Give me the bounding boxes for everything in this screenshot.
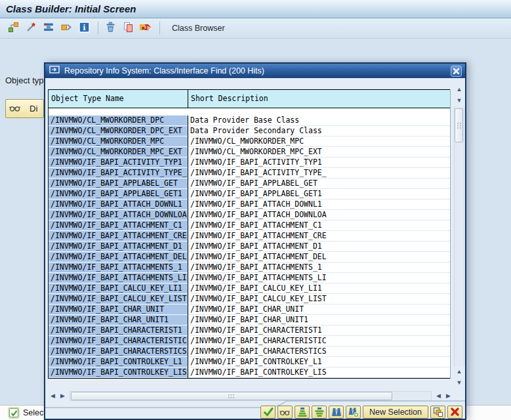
class-browser-button[interactable]: Class Browser <box>168 22 229 35</box>
object-type-name-cell[interactable]: /INVMWO/IF_BAPI_CONTROLKEY_LIS <box>49 368 188 378</box>
table-row[interactable]: /INVMWO/IF_BAPI_CONTROLKEY_L1 /INVMWO/IF… <box>49 357 450 368</box>
short-description-cell[interactable]: /INVMWO/IF_BAPI_CHAR_UNIT1 <box>188 315 450 326</box>
object-type-name-cell[interactable]: /INVMWO/IF_BAPI_CHARACTERISTIC <box>49 336 188 346</box>
object-type-name-cell[interactable]: /INVMWO/IF_BAPI_ATTACH_DOWNL1 <box>49 200 188 210</box>
object-type-name-cell[interactable]: /INVMWO/IF_BAPI_CHAR_UNIT1 <box>49 315 188 326</box>
short-description-cell[interactable]: Data Provider Base Class <box>188 116 450 126</box>
object-type-name-cell[interactable]: /INVMWO/CL_MWORKORDER_DPC <box>49 116 188 126</box>
object-type-name-cell[interactable]: /INVMWO/IF_BAPI_ATTACHMENT_D1 <box>49 242 188 252</box>
vertical-scrollbar-track[interactable] <box>454 106 464 366</box>
cancel-button[interactable] <box>447 406 462 419</box>
display-glasses-button[interactable] <box>277 406 293 419</box>
copy-button[interactable] <box>120 20 136 36</box>
object-type-name-cell[interactable]: /INVMWO/IF_BAPI_ATTACHMENT_C1 <box>49 220 188 231</box>
short-description-cell[interactable]: /INVMWO/IF_BAPI_CHARACTERIST1 <box>188 326 450 336</box>
short-description-cell[interactable]: /INVMWO/IF_BAPI_ATTACH_DOWNLOA <box>188 210 450 220</box>
dialog-titlebar[interactable]: Repository Info System: Class/Interface … <box>45 64 465 78</box>
short-description-cell[interactable]: /INVMWO/IF_BAPI_ATTACHMENT_D1 <box>188 242 450 252</box>
dialog-close-button[interactable] <box>451 66 462 77</box>
info-button[interactable]: i <box>76 20 92 36</box>
table-row[interactable]: /INVMWO/CL_MWORKORDER_DPC_EXT Data Provi… <box>49 126 450 136</box>
object-type-name-cell[interactable]: /INVMWO/IF_BAPI_ATTACH_DOWNLOA <box>49 210 188 220</box>
scroll-right-button[interactable]: ▶ <box>58 390 68 402</box>
short-description-cell[interactable]: /INVMWO/IF_BAPI_CALCU_KEY_LIST <box>188 294 450 304</box>
object-type-name-cell[interactable]: /INVMWO/IF_BAPI_CALCU_KEY_LI1 <box>49 284 188 294</box>
table-row[interactable]: /INVMWO/CL_MWORKORDER_DPC Data Provider … <box>49 116 450 126</box>
table-row[interactable]: /INVMWO/IF_BAPI_CHARACTERSTICS /INVMWO/I… <box>49 346 450 357</box>
object-type-name-cell[interactable]: /INVMWO/IF_BAPI_ATTACHMENTS_LI <box>49 273 188 284</box>
short-description-cell[interactable]: /INVMWO/IF_BAPI_ATTACHMENT_DEL <box>188 252 450 262</box>
table-row[interactable]: /INVMWO/IF_BAPI_APPLABEL_GET1 /INVMWO/IF… <box>49 189 450 200</box>
short-description-cell[interactable]: /INVMWO/IF_BAPI_CONTROLKEY_LIS <box>188 368 450 378</box>
object-type-name-cell[interactable]: /INVMWO/CL_MWORKORDER_MPC_EXT <box>49 147 188 158</box>
short-description-cell[interactable]: Data Provider Secondary Class <box>188 126 450 136</box>
sort-ascending-button[interactable] <box>295 406 310 419</box>
short-description-cell[interactable]: /INVMWO/IF_BAPI_APPLABEL_GET <box>188 178 450 189</box>
table-row[interactable]: /INVMWO/CL_MWORKORDER_MPC /INVMWO/CL_MWO… <box>49 136 450 147</box>
horizontal-scrollbar-thumb[interactable] <box>71 392 392 400</box>
table-row[interactable]: /INVMWO/IF_BAPI_CHAR_UNIT1 /INVMWO/IF_BA… <box>49 315 450 326</box>
table-row[interactable]: /INVMWO/IF_BAPI_ATTACH_DOWNLOA /INVMWO/I… <box>49 210 450 220</box>
horizontal-scrollbar-track[interactable] <box>70 391 432 401</box>
object-type-name-cell[interactable]: /INVMWO/IF_BAPI_APPLABEL_GET1 <box>49 189 188 200</box>
table-row[interactable]: /INVMWO/IF_BAPI_CALCU_KEY_LIST /INVMWO/I… <box>49 294 450 304</box>
scroll-down-button[interactable]: ▼ <box>454 377 464 388</box>
table-row[interactable]: /INVMWO/IF_BAPI_CHARACTERIST1 /INVMWO/IF… <box>49 326 450 336</box>
short-description-cell[interactable]: /INVMWO/CL_MWORKORDER_MPC <box>188 136 450 147</box>
object-type-name-cell[interactable]: /INVMWO/IF_BAPI_CALCU_KEY_LIST <box>49 294 188 304</box>
table-row[interactable]: /INVMWO/CL_MWORKORDER_MPC_EXT /INVMWO/CL… <box>49 147 450 158</box>
display-button[interactable]: Di <box>5 99 44 118</box>
short-description-cell[interactable]: /INVMWO/IF_BAPI_ATTACHMENT_C1 <box>188 220 450 231</box>
table-row[interactable]: /INVMWO/IF_BAPI_CHAR_UNIT /INVMWO/IF_BAP… <box>49 304 450 315</box>
vertical-scrollbar-thumb[interactable] <box>455 108 463 142</box>
table-row[interactable]: /INVMWO/IF_BAPI_CALCU_KEY_LI1 /INVMWO/IF… <box>49 284 450 294</box>
transport-copy-button[interactable] <box>58 20 74 36</box>
short-description-cell[interactable]: /INVMWO/IF_BAPI_CONTROLKEY_L1 <box>188 357 450 368</box>
object-type-name-cell[interactable]: /INVMWO/CL_MWORKORDER_MPC <box>49 136 188 147</box>
table-row[interactable]: /INVMWO/IF_BAPI_ATTACHMENTS_1 /INVMWO/IF… <box>49 262 450 273</box>
selection-checkbox[interactable] <box>9 408 18 417</box>
short-description-cell[interactable]: /INVMWO/IF_BAPI_ATTACH_DOWNL1 <box>188 200 450 210</box>
short-description-cell[interactable]: /INVMWO/IF_BAPI_ATTACHMENTS_1 <box>188 262 450 273</box>
find-next-button[interactable] <box>346 406 361 419</box>
table-row[interactable]: /INVMWO/IF_BAPI_ATTACHMENT_C1 /INVMWO/IF… <box>49 220 450 231</box>
scroll-up-button[interactable]: ▲ <box>454 84 464 95</box>
short-description-cell[interactable]: /INVMWO/IF_BAPI_CHARACTERISTIC <box>188 336 450 346</box>
short-description-cell[interactable]: /INVMWO/IF_BAPI_CHAR_UNIT <box>188 304 450 315</box>
vertical-scrollbar[interactable]: ▲ ▼ ▲ ▼ <box>454 84 464 388</box>
table-row[interactable]: /INVMWO/IF_BAPI_ACTIVITY_TYPE_ /INVMWO/I… <box>49 168 450 178</box>
object-type-name-cell[interactable]: /INVMWO/IF_BAPI_APPLABEL_GET <box>49 178 188 189</box>
object-type-name-cell[interactable]: /INVMWO/IF_BAPI_ACTIVITY_TYPE_ <box>49 168 188 178</box>
table-row[interactable]: /INVMWO/IF_BAPI_ATTACH_DOWNL1 /INVMWO/IF… <box>49 200 450 210</box>
table-row[interactable]: /INVMWO/IF_BAPI_ATTACHMENT_CRE /INVMWO/I… <box>49 231 450 242</box>
short-description-cell[interactable]: /INVMWO/IF_BAPI_ATTACHMENTS_LI <box>188 273 450 284</box>
object-type-name-cell[interactable]: /INVMWO/IF_BAPI_ATTACHMENTS_1 <box>49 262 188 273</box>
short-description-cell[interactable]: /INVMWO/IF_BAPI_APPLABEL_GET1 <box>188 189 450 200</box>
object-type-name-cell[interactable]: /INVMWO/IF_BAPI_CHAR_UNIT <box>49 304 188 315</box>
short-description-cell[interactable]: /INVMWO/CL_MWORKORDER_MPC_EXT <box>188 147 450 158</box>
object-type-name-cell[interactable]: /INVMWO/IF_BAPI_CONTROLKEY_L1 <box>49 357 188 368</box>
table-row[interactable]: /INVMWO/IF_BAPI_APPLABEL_GET /INVMWO/IF_… <box>49 178 450 189</box>
short-description-cell[interactable]: /INVMWO/IF_BAPI_ACTIVITY_TYPE_ <box>188 168 450 178</box>
other-object-button[interactable] <box>5 20 21 36</box>
short-description-cell[interactable]: /INVMWO/IF_BAPI_CHARACTERSTICS <box>188 346 450 357</box>
object-type-name-cell[interactable]: /INVMWO/IF_BAPI_ACTIVITY_TYP1 <box>49 158 188 168</box>
test-button[interactable] <box>41 20 56 36</box>
short-description-cell[interactable]: /INVMWO/IF_BAPI_ACTIVITY_TYP1 <box>188 158 450 168</box>
table-row[interactable]: /INVMWO/IF_BAPI_ACTIVITY_TYP1 /INVMWO/IF… <box>49 158 450 168</box>
object-type-name-cell[interactable]: /INVMWO/IF_BAPI_CHARACTERSTICS <box>49 346 188 357</box>
sort-descending-button[interactable] <box>312 406 327 419</box>
horizontal-scrollbar[interactable]: ◀ ▶ ◀ ▶ <box>48 390 453 402</box>
scroll-up-button[interactable]: ▲ <box>454 366 464 377</box>
object-type-name-cell[interactable]: /INVMWO/IF_BAPI_ATTACHMENT_DEL <box>49 252 188 262</box>
column-header-object-type-name[interactable]: Object Type Name <box>49 90 188 108</box>
short-description-cell[interactable]: /INVMWO/IF_BAPI_ATTACHMENT_CRE <box>188 231 450 242</box>
find-button[interactable] <box>329 406 344 419</box>
object-type-name-cell[interactable]: /INVMWO/IF_BAPI_CHARACTERIST1 <box>49 326 188 336</box>
scroll-right-button[interactable]: ▶ <box>443 390 453 402</box>
scroll-left-button[interactable]: ◀ <box>434 390 443 402</box>
table-row[interactable]: /INVMWO/IF_BAPI_ATTACHMENT_DEL /INVMWO/I… <box>49 252 450 262</box>
object-type-name-cell[interactable]: /INVMWO/IF_BAPI_ATTACHMENT_CRE <box>49 231 188 242</box>
short-description-cell[interactable]: /INVMWO/IF_BAPI_CALCU_KEY_LI1 <box>188 284 450 294</box>
column-header-short-description[interactable]: Short Description <box>188 90 450 108</box>
